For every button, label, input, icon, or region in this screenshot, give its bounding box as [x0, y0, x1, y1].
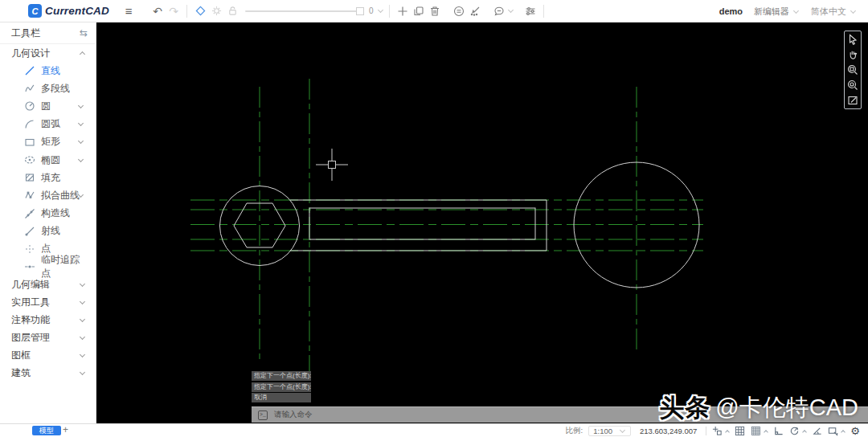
- tool-arc[interactable]: 圆弧: [0, 116, 96, 133]
- editor-menu[interactable]: 新编辑器: [754, 6, 800, 18]
- zoom-extents-icon[interactable]: [847, 80, 858, 91]
- chevron-down-icon: [850, 7, 856, 13]
- snap-icon[interactable]: [712, 426, 723, 436]
- divider: [543, 5, 544, 18]
- lock-icon[interactable]: [224, 3, 240, 19]
- measure-icon[interactable]: [451, 3, 467, 19]
- highlight-diamond-icon[interactable]: [192, 3, 208, 19]
- divider: [186, 5, 187, 18]
- sidebar-header: 工具栏 ⇆: [0, 22, 96, 44]
- tool-tracking-point[interactable]: 临时追踪点: [0, 258, 96, 276]
- angle-icon[interactable]: [812, 426, 822, 436]
- pan-hand-icon[interactable]: [847, 49, 858, 60]
- slider-handle[interactable]: [356, 7, 364, 15]
- app-title: CurrentCAD: [45, 5, 109, 17]
- adjust-icon[interactable]: [208, 3, 224, 19]
- tool-line[interactable]: 直线: [0, 62, 96, 80]
- tool-ellipse[interactable]: 椭圆: [0, 151, 96, 169]
- polar-tracking-icon[interactable]: [789, 426, 800, 436]
- section-annotation[interactable]: 注释功能: [0, 311, 96, 329]
- caret-icon[interactable]: [764, 430, 769, 435]
- username: demo: [719, 6, 743, 16]
- line-icon: [24, 65, 35, 76]
- section-geometry-design[interactable]: 几何设计: [0, 44, 96, 62]
- zoom-window-icon[interactable]: [847, 64, 858, 76]
- tool-ray[interactable]: 射线: [0, 223, 96, 240]
- command-input-placeholder: 请输入命令: [274, 410, 313, 420]
- grid-icon[interactable]: [735, 426, 745, 436]
- tool-circle[interactable]: 圆: [0, 97, 96, 115]
- app-logo-icon: C: [28, 4, 42, 18]
- spray-brush-icon[interactable]: [467, 3, 483, 19]
- ortho-icon[interactable]: [773, 426, 784, 436]
- watermark: 头条 @卡伦特CAD: [659, 391, 858, 423]
- divider: [706, 427, 706, 435]
- move-icon[interactable]: [395, 3, 411, 19]
- handle-outer-profile: [290, 200, 547, 251]
- section-layer-manage[interactable]: 图层管理: [0, 329, 96, 346]
- linewidth-slider[interactable]: [245, 10, 358, 12]
- chevron-down-icon: [793, 7, 799, 13]
- tool-hatch[interactable]: 填充: [0, 169, 96, 186]
- language-menu[interactable]: 简体中文: [811, 6, 857, 18]
- undo-icon[interactable]: ↶: [149, 3, 166, 19]
- section-utilities[interactable]: 实用工具: [0, 293, 96, 311]
- tool-rectangle[interactable]: 矩形: [0, 133, 96, 151]
- copy-icon[interactable]: [411, 3, 427, 19]
- sidebar-title: 工具栏: [11, 27, 40, 40]
- scale-select[interactable]: 1:100: [588, 426, 631, 436]
- top-toolbar: C CurrentCAD ≡ ↶ ↷ 0 demo 新编辑器 简体中文: [0, 0, 868, 22]
- scale-label: 比例:: [566, 426, 583, 436]
- status-bar: 模型 + 比例: 1:100 213.603,249.007 ⚙: [0, 423, 868, 437]
- rectangle-icon: [24, 137, 35, 148]
- chevron-down-icon: [620, 427, 625, 433]
- construction-line-icon: [24, 208, 35, 219]
- watermark-badge: 头条: [659, 391, 710, 423]
- command-history-line: 指定下一个点(长度):: [252, 382, 311, 392]
- caret-icon[interactable]: [841, 430, 846, 435]
- divider: [389, 5, 390, 18]
- caret-icon[interactable]: [803, 430, 808, 435]
- tracking-point-icon: [24, 261, 35, 272]
- settings-gear-icon[interactable]: ⚙: [850, 426, 860, 436]
- menu-icon[interactable]: ≡: [121, 3, 137, 19]
- ellipse-icon: [24, 154, 35, 165]
- command-history: 指定下一个点(长度): 指定下一个点(长度): 取消: [252, 371, 311, 404]
- view-toolbar: [844, 31, 862, 109]
- circle-icon: [24, 100, 35, 112]
- command-history-line: 取消: [252, 393, 311, 402]
- spline-icon: [24, 190, 35, 201]
- command-history-line: 指定下一个点(长度):: [252, 371, 311, 381]
- swap-panel-icon[interactable]: ⇆: [80, 27, 88, 39]
- command-prompt-icon: >_: [258, 410, 268, 420]
- arc-icon: [24, 119, 35, 130]
- caret-icon[interactable]: [726, 430, 731, 435]
- section-title-block[interactable]: 图框: [0, 346, 96, 364]
- polyline-icon: [24, 83, 35, 94]
- tool-spline[interactable]: 拟合曲线: [0, 186, 96, 204]
- drawing-canvas[interactable]: 指定下一个点(长度): 指定下一个点(长度): 取消 >_ 请输入命令 头条 @…: [96, 22, 868, 423]
- comment-icon[interactable]: [491, 3, 507, 19]
- chevron-down-icon[interactable]: [378, 7, 383, 13]
- handle-slot-rect: [309, 208, 535, 239]
- tool-construction-line[interactable]: 构造线: [0, 205, 96, 223]
- redo-icon[interactable]: ↷: [166, 3, 182, 19]
- section-architecture[interactable]: 建筑: [0, 364, 96, 382]
- hatch-icon: [24, 172, 35, 183]
- add-layout-button[interactable]: +: [63, 424, 68, 435]
- tool-polyline[interactable]: 多段线: [0, 80, 96, 97]
- tool-sidebar: 工具栏 ⇆ 几何设计 直线 多段线 圆 圆弧 矩形 椭圆: [0, 22, 96, 423]
- delete-icon[interactable]: [427, 3, 443, 19]
- tab-model[interactable]: 模型: [32, 426, 61, 435]
- object-snap-icon[interactable]: [828, 426, 838, 436]
- settings-sliders-icon[interactable]: [522, 3, 538, 19]
- chevron-down-icon[interactable]: [508, 7, 514, 13]
- watermark-text: @卡伦特CAD: [715, 392, 858, 423]
- grid-fine-icon[interactable]: [751, 426, 761, 436]
- select-cursor-icon[interactable]: [847, 34, 858, 45]
- wrench-drawing: [96, 22, 868, 423]
- sheet-edit-icon[interactable]: [847, 95, 858, 106]
- point-icon: [24, 243, 35, 255]
- crosshair-cursor: [316, 149, 348, 181]
- ray-icon: [24, 226, 35, 237]
